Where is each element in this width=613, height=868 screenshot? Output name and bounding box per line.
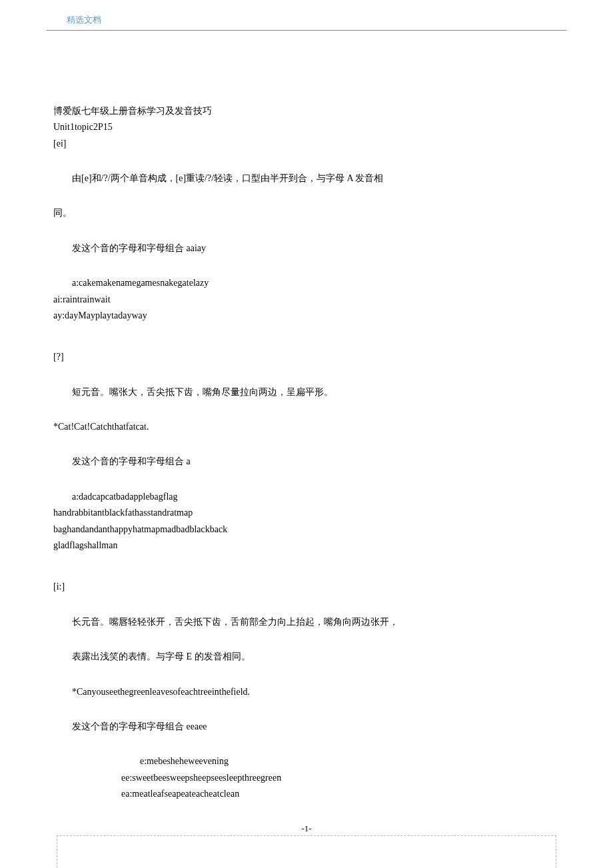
section-ae: [?] 短元音。嘴张大，舌尖抵下齿，嘴角尽量拉向两边，呈扁平形。 *Cat!Ca… <box>53 350 560 553</box>
section-i: [i:] 长元音。嘴唇轻轻张开，舌尖抵下齿，舌前部全力向上抬起，嘴角向两边张开，… <box>53 580 560 801</box>
title-block: 博爱版七年级上册音标学习及发音技巧 Unit1topic2P15 [ei] <box>53 104 560 151</box>
ae-description: 短元音。嘴张大，舌尖抵下齿，嘴角尽量拉向两边，呈扁平形。 <box>53 385 560 400</box>
header-label: 精选文档 <box>67 15 101 25</box>
phoneme-ae-symbol: [?] <box>53 350 560 364</box>
ei-ex-a: a:cakemakenamegamesnakegatelazy <box>53 276 560 290</box>
i-description-2: 表露出浅笑的表情。与字母 E 的发音相同。 <box>53 650 560 664</box>
i-description-1: 长元音。嘴唇轻轻张开，舌尖抵下齿，舌前部全力向上抬起，嘴角向两边张开， <box>53 615 560 630</box>
ei-rule: 发这个音的字母和字母组合 aaiay <box>53 241 560 256</box>
i-sentence: *Canyouseethegreenleavesofeachtreeinthef… <box>53 685 560 699</box>
ae-ex-4: gladflagshallman <box>53 538 560 553</box>
document-header: 精选文档 <box>47 13 566 31</box>
unit-label: Unit1topic2P15 <box>53 120 560 135</box>
ei-description-2: 同。 <box>53 206 560 220</box>
ei-ex-ai: ai:raintrainwait <box>53 292 560 307</box>
page-number: -1- <box>53 822 560 836</box>
ei-ex-ay: ay:dayMayplaytadayway <box>53 308 560 323</box>
ae-rule: 发这个音的字母和字母组合 a <box>53 454 560 469</box>
doc-title: 博爱版七年级上册音标学习及发音技巧 <box>53 104 560 119</box>
i-ex-e: e:mebesheheweevening <box>140 754 560 769</box>
document-content: 博爱版七年级上册音标学习及发音技巧 Unit1topic2P15 [ei] 由[… <box>47 104 566 836</box>
i-ex-ee: ee:sweetbeesweepsheepseesleepthreegreen <box>121 771 560 785</box>
ei-examples: a:cakemakenamegamesnakegatelazy ai:raint… <box>53 276 560 323</box>
ae-examples: a:dadcapcatbadapplebagflag handrabbitant… <box>53 490 560 554</box>
i-ex-ea: ea:meatleafseapeateacheatclean <box>121 787 560 801</box>
ae-ex-3: baghandandanthappyhatmapmadbadblackback <box>53 522 560 537</box>
footer-empty-area <box>57 835 556 868</box>
ae-sentence: *Cat!Cat!Catchthatfatcat. <box>53 420 560 434</box>
section-ei: 由[e]和/?/两个单音构成，[e]重读/?/轻读，口型由半开到合，与字母 A … <box>53 171 560 186</box>
ae-ex-2: handrabbitantblackfathasstandratmap <box>53 506 560 520</box>
i-examples: e:mebesheheweevening ee:sweetbeesweepshe… <box>53 754 560 801</box>
ei-description-1: 由[e]和/?/两个单音构成，[e]重读/?/轻读，口型由半开到合，与字母 A … <box>53 171 560 186</box>
ae-ex-1: a:dadcapcatbadapplebagflag <box>53 490 560 504</box>
phoneme-i-symbol: [i:] <box>53 580 560 594</box>
i-rule: 发这个音的字母和字母组合 eeaee <box>53 719 560 734</box>
phoneme-ei-symbol: [ei] <box>53 137 560 151</box>
page-container: 精选文档 博爱版七年级上册音标学习及发音技巧 Unit1topic2P15 [e… <box>0 0 613 868</box>
